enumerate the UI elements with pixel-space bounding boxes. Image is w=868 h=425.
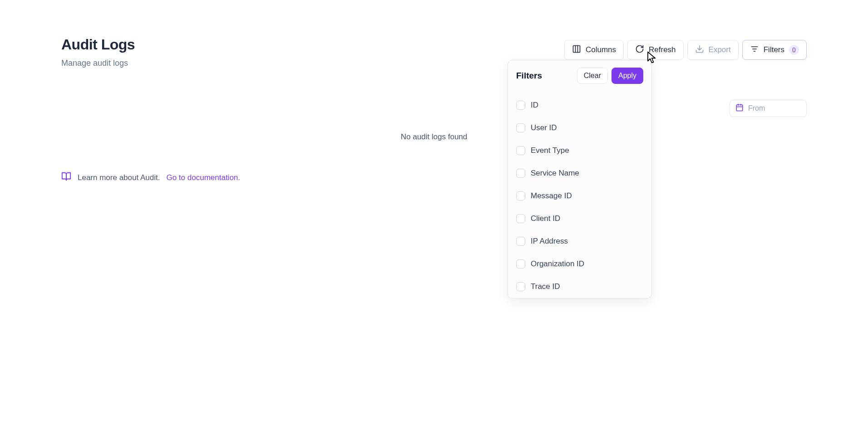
checkbox-icon[interactable] <box>516 123 525 132</box>
filters-label: Filters <box>764 45 784 54</box>
learn-more-row: Learn more about Audit. Go to documentat… <box>61 171 807 184</box>
toolbar: Columns Refresh Export Filters 0 <box>564 40 807 60</box>
book-icon <box>61 171 71 184</box>
filters-popover: Filters Clear Apply ID User ID Event Typ… <box>508 60 652 298</box>
filter-item-event-type[interactable]: Event Type <box>516 139 643 162</box>
clear-filters-button[interactable]: Clear <box>577 68 608 84</box>
filter-item-label: Trace ID <box>531 282 560 291</box>
filter-item-label: User ID <box>531 123 557 132</box>
columns-label: Columns <box>586 45 616 54</box>
documentation-link[interactable]: Go to documentation. <box>166 173 240 182</box>
filter-item-label: Organization ID <box>531 259 584 269</box>
filter-item-label: Event Type <box>531 146 569 155</box>
learn-more-text: Learn more about Audit. <box>78 173 160 182</box>
filter-item-trace-id[interactable]: Trace ID <box>516 275 643 298</box>
filter-item-label: ID <box>531 101 538 110</box>
filter-item-label: IP Address <box>531 237 568 246</box>
refresh-icon <box>635 44 644 56</box>
filter-item-message-id[interactable]: Message ID <box>516 185 643 207</box>
export-button[interactable]: Export <box>687 40 739 60</box>
page-subtitle: Manage audit logs <box>61 59 135 68</box>
filter-item-client-id[interactable]: Client ID <box>516 207 643 230</box>
filter-item-organization-id[interactable]: Organization ID <box>516 253 643 275</box>
refresh-label: Refresh <box>649 45 676 54</box>
checkbox-icon[interactable] <box>516 101 525 110</box>
refresh-button[interactable]: Refresh <box>627 40 684 60</box>
calendar-icon <box>735 103 744 113</box>
filter-list: ID User ID Event Type Service Name Messa… <box>516 94 643 298</box>
filter-item-label: Client ID <box>531 214 560 223</box>
filters-popover-title: Filters <box>516 71 542 81</box>
filter-item-id[interactable]: ID <box>516 94 643 117</box>
checkbox-icon[interactable] <box>516 169 525 178</box>
svg-rect-0 <box>573 45 580 52</box>
filter-item-service-name[interactable]: Service Name <box>516 162 643 185</box>
checkbox-icon[interactable] <box>516 282 525 291</box>
filters-button[interactable]: Filters 0 <box>742 40 807 60</box>
date-from-placeholder: From <box>748 104 765 112</box>
download-icon <box>695 44 704 56</box>
date-from-input[interactable]: From <box>730 100 807 117</box>
checkbox-icon[interactable] <box>516 259 525 269</box>
checkbox-icon[interactable] <box>516 237 525 246</box>
checkbox-icon[interactable] <box>516 146 525 155</box>
filter-item-label: Service Name <box>531 169 579 178</box>
apply-filters-button[interactable]: Apply <box>612 68 643 84</box>
filters-count-badge: 0 <box>789 45 799 55</box>
columns-button[interactable]: Columns <box>564 40 624 60</box>
filter-icon <box>750 44 759 56</box>
empty-state-message: No audit logs found <box>61 132 807 142</box>
columns-icon <box>572 44 581 56</box>
checkbox-icon[interactable] <box>516 214 525 223</box>
svg-rect-5 <box>736 105 743 111</box>
filter-item-label: Message ID <box>531 191 572 200</box>
filter-item-user-id[interactable]: User ID <box>516 117 643 139</box>
filter-item-ip-address[interactable]: IP Address <box>516 230 643 253</box>
page-title: Audit Logs <box>61 36 135 53</box>
checkbox-icon[interactable] <box>516 191 525 200</box>
export-label: Export <box>709 45 731 54</box>
